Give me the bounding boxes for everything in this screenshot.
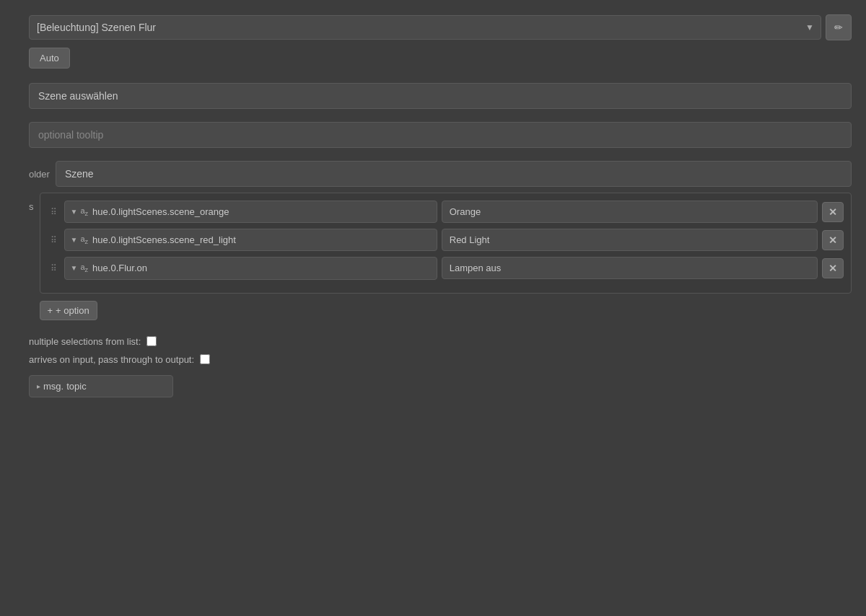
list-item: ⠿ ▼ az hue.0.Flur.on ✕ xyxy=(48,257,844,279)
drag-handle-icon[interactable]: ⠿ xyxy=(48,206,60,219)
msg-label: msg. xyxy=(43,381,64,392)
key-arrow-icon: ▼ xyxy=(71,236,78,244)
key-text: hue.0.Flur.on xyxy=(92,263,431,273)
option-label: + option xyxy=(56,305,89,316)
type-az-icon: az xyxy=(80,263,88,273)
pass-through-row: arrives on input, pass through to output… xyxy=(29,354,852,365)
auto-section: Auto xyxy=(29,48,852,76)
pencil-icon: ✏ xyxy=(834,22,843,33)
scene-label-input[interactable] xyxy=(29,83,852,109)
msg-arrow-icon: ▸ xyxy=(37,382,40,390)
delete-button-orange[interactable]: ✕ xyxy=(822,202,844,222)
plus-icon: + xyxy=(48,305,53,316)
key-text: hue.0.lightScenes.scene_orange xyxy=(92,206,431,217)
multiple-selections-checkbox[interactable] xyxy=(146,336,157,346)
msg-dropdown[interactable]: ▸ msg. topic xyxy=(29,375,173,397)
item-key-flur[interactable]: ▼ az hue.0.Flur.on xyxy=(64,257,437,279)
delete-button-red[interactable]: ✕ xyxy=(822,230,844,250)
scene-label-section xyxy=(29,83,852,115)
list-item: ⠿ ▼ az hue.0.lightScenes.scene_orange ✕ xyxy=(48,201,844,223)
older-label: older xyxy=(29,169,50,180)
scene-select[interactable]: [Beleuchtung] Szenen Flur xyxy=(29,15,821,40)
edit-button[interactable]: ✏ xyxy=(826,14,852,40)
drag-handle-icon[interactable]: ⠿ xyxy=(48,262,60,275)
tooltip-input[interactable] xyxy=(29,122,852,148)
delete-button-flur[interactable]: ✕ xyxy=(822,258,844,278)
pass-through-label: arrives on input, pass through to output… xyxy=(29,354,194,365)
type-az-icon: az xyxy=(80,234,88,245)
s-label: s xyxy=(29,193,34,212)
type-az-icon: az xyxy=(80,206,88,217)
item-key-red[interactable]: ▼ az hue.0.lightScenes.scene_red_light xyxy=(64,229,437,251)
key-arrow-icon: ▼ xyxy=(71,208,78,216)
item-value-red[interactable] xyxy=(442,229,818,251)
scene-select-wrapper: [Beleuchtung] Szenen Flur ▼ xyxy=(29,15,821,40)
tooltip-section xyxy=(29,122,852,154)
multiple-selections-label: nultiple selections from list: xyxy=(29,336,141,347)
key-arrow-icon: ▼ xyxy=(71,264,78,272)
szene-input[interactable] xyxy=(56,161,852,187)
list-item: ⠿ ▼ az hue.0.lightScenes.scene_red_light… xyxy=(48,229,844,251)
item-value-orange[interactable] xyxy=(442,201,818,223)
header-row: [Beleuchtung] Szenen Flur ▼ ✏ xyxy=(29,14,852,40)
szene-row: older xyxy=(29,161,852,187)
multiple-selections-row: nultiple selections from list: xyxy=(29,336,852,347)
item-key-orange[interactable]: ▼ az hue.0.lightScenes.scene_orange xyxy=(64,201,437,223)
item-value-flur[interactable] xyxy=(442,257,818,279)
key-text: hue.0.lightScenes.scene_red_light xyxy=(92,234,431,245)
drag-handle-icon[interactable]: ⠿ xyxy=(48,234,60,247)
add-option-button[interactable]: + + option xyxy=(40,301,97,320)
auto-button[interactable]: Auto xyxy=(29,48,70,69)
list-container: ⠿ ▼ az hue.0.lightScenes.scene_orange ✕ … xyxy=(40,193,852,294)
msg-row: ▸ msg. topic xyxy=(29,375,852,397)
pass-through-checkbox[interactable] xyxy=(200,354,210,364)
topic-value: topic xyxy=(66,381,86,392)
